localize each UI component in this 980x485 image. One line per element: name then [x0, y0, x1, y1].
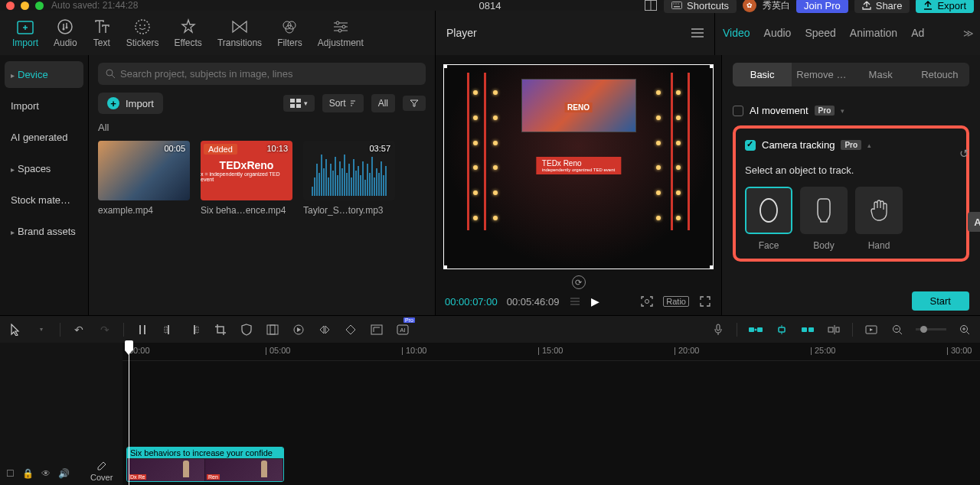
subtab-remove[interactable]: Remove …	[792, 63, 851, 86]
timeline[interactable]: Cover ☐ 🔒 👁 🔊 00:00 | 05:00 | 10:00 | 15…	[0, 343, 980, 485]
close-window[interactable]	[6, 2, 15, 10]
ai-movement-row[interactable]: AI movement Pro ▾	[733, 99, 969, 122]
tool-audio[interactable]: Audio	[46, 15, 85, 51]
mic-button[interactable]	[710, 322, 726, 337]
ratio-button[interactable]: Ratio	[663, 296, 689, 307]
sidebar-item-import[interactable]: Import	[5, 93, 83, 119]
tool-import[interactable]: Import	[5, 15, 46, 51]
shield-tool[interactable]	[239, 322, 254, 337]
mirror-tool[interactable]	[317, 322, 332, 337]
ai-movement-checkbox[interactable]	[733, 106, 743, 116]
search-input[interactable]: Search project, subjects in image, lines	[98, 63, 426, 85]
tool-transitions[interactable]: Transitions	[210, 15, 270, 51]
player-viewport[interactable]: RENO TEDx Renoindependently organized TE…	[443, 64, 714, 269]
media-item-3[interactable]: 03:57 Taylor_S…tory.mp3	[303, 141, 395, 216]
lock-icon[interactable]: 🔒	[22, 468, 34, 479]
timeline-ruler[interactable]: 00:00 | 05:00 | 10:00 | 15:00 | 20:00 | …	[122, 343, 980, 361]
layout-icon[interactable]	[644, 0, 658, 11]
shortcuts-button[interactable]: Shortcuts	[664, 0, 737, 13]
zoom-slider[interactable]	[916, 328, 946, 330]
align-icon[interactable]	[826, 322, 841, 337]
view-mode-button[interactable]: ▾	[283, 95, 315, 112]
track-option-face[interactable]	[745, 187, 792, 234]
export-button[interactable]: Export	[916, 0, 974, 13]
sidebar-item-spaces[interactable]: Spaces	[5, 155, 83, 182]
sidebar-item-ai-generated[interactable]: AI generated	[5, 124, 83, 151]
play-button[interactable]: ▶	[591, 295, 599, 308]
share-button[interactable]: Share	[854, 0, 910, 13]
caption-icon[interactable]: ☐	[6, 468, 15, 479]
user-avatar[interactable]: ✿	[743, 0, 756, 12]
undo-button[interactable]: ↶	[71, 322, 87, 337]
tab-speed[interactable]: Speed	[805, 27, 835, 39]
tab-adj[interactable]: Ad	[911, 27, 924, 39]
magnet-on-icon[interactable]	[748, 322, 763, 337]
reset-icon[interactable]: ↺	[959, 147, 969, 161]
start-button[interactable]: Start	[912, 291, 969, 311]
maximize-window[interactable]	[35, 2, 44, 10]
subtab-basic[interactable]: Basic	[733, 63, 792, 86]
sidebar-item-stock[interactable]: Stock mate…	[5, 187, 83, 213]
tool-filters[interactable]: Filters	[270, 15, 310, 51]
player-menu-icon[interactable]	[691, 28, 704, 37]
playhead[interactable]	[129, 343, 129, 485]
import-button[interactable]: + Import	[98, 93, 163, 114]
list-icon[interactable]	[568, 296, 582, 307]
tab-video[interactable]: Video	[723, 27, 750, 39]
autosave-status: Auto saved: 21:44:28	[51, 0, 138, 11]
timeline-tracks[interactable]: 00:00 | 05:00 | 10:00 | 15:00 | 20:00 | …	[122, 343, 980, 485]
sidebar-item-device[interactable]: Device	[5, 61, 83, 88]
split-left-tool[interactable]	[161, 322, 176, 337]
media-item-2[interactable]: Added 10:13 TEDxReno x = independently o…	[201, 141, 292, 216]
preview-icon[interactable]	[864, 322, 879, 337]
scan-icon[interactable]	[640, 296, 654, 307]
camera-tracking-checkbox[interactable]	[745, 140, 756, 151]
svg-point-13	[144, 24, 145, 26]
ai-tool[interactable]: AI	[395, 322, 410, 337]
filter-all-button[interactable]: All	[371, 94, 395, 112]
sync-icon[interactable]: ⟳	[572, 275, 586, 289]
svg-point-33	[760, 199, 777, 222]
media-item-1[interactable]: 00:05 example.mp4	[98, 141, 190, 216]
timeline-toolbar: ▾ ↶ ↷ AIPro	[0, 315, 980, 343]
minimize-window[interactable]	[21, 2, 29, 10]
sidebar-item-brand[interactable]: Brand assets	[5, 218, 83, 245]
document-title[interactable]: 0814	[479, 0, 501, 11]
tool-stickers[interactable]: Stickers	[119, 15, 167, 51]
tool-text[interactable]: Text	[85, 15, 119, 51]
snap-icon[interactable]	[800, 322, 815, 337]
tool-effects[interactable]: Effects	[166, 15, 209, 51]
selection-tool[interactable]	[8, 322, 23, 337]
filter-options-button[interactable]	[403, 96, 426, 111]
link-icon[interactable]	[774, 322, 789, 337]
aspect-tool[interactable]	[369, 322, 384, 337]
cover-button[interactable]: Cover	[90, 461, 113, 482]
tool-adjustment[interactable]: Adjustment	[310, 15, 371, 51]
tab-animation[interactable]: Animation	[850, 27, 897, 39]
split-right-tool[interactable]	[187, 322, 202, 337]
join-pro-button[interactable]: Join Pro	[796, 0, 848, 13]
timeline-clip[interactable]: Six behaviors to increase your confide D…	[126, 447, 284, 482]
redo-button[interactable]: ↷	[97, 322, 113, 337]
subtab-retouch[interactable]: Retouch	[910, 63, 969, 86]
reverse-tool[interactable]	[291, 322, 306, 337]
subtab-mask[interactable]: Mask	[851, 63, 910, 86]
track-option-hand[interactable]	[855, 187, 903, 234]
crop-tool[interactable]	[213, 322, 228, 337]
fullscreen-icon[interactable]	[698, 296, 712, 307]
split-tool[interactable]	[135, 322, 150, 337]
zoom-out-icon[interactable]	[890, 322, 905, 337]
inspector-subtabs: Basic Remove … Mask Retouch	[733, 63, 969, 86]
frame-tool[interactable]	[265, 322, 280, 337]
track-option-body[interactable]	[800, 187, 848, 234]
tabs-overflow-icon[interactable]: ≫	[963, 28, 974, 39]
text-marker[interactable]: A	[968, 212, 980, 232]
mute-icon[interactable]: 🔊	[58, 468, 70, 479]
sort-button[interactable]: Sort	[322, 94, 364, 112]
selection-dropdown[interactable]: ▾	[34, 322, 49, 337]
zoom-in-icon[interactable]	[957, 322, 972, 337]
tab-audio[interactable]: Audio	[764, 27, 792, 39]
rotate-tool[interactable]	[343, 322, 358, 337]
camera-tracking-row[interactable]: Camera tracking Pro ▴	[745, 139, 957, 157]
eye-icon[interactable]: 👁	[41, 468, 51, 479]
